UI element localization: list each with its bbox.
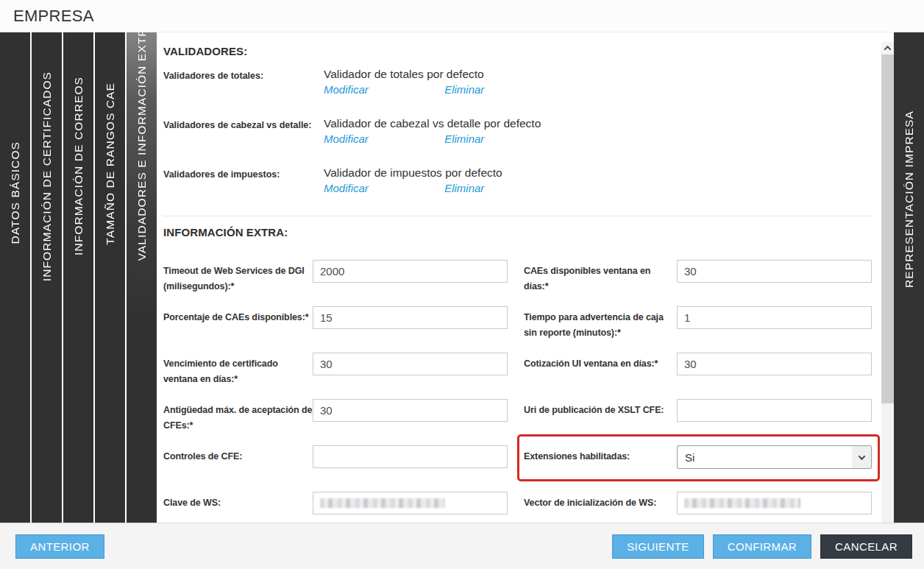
field-row: Cotización UI ventana en días:* (524, 353, 872, 399)
footer-bar: ANTERIOR SIGUIENTE CONFIRMAR CANCELAR (0, 523, 924, 569)
chevron-up-icon (884, 46, 892, 53)
field-label: Uri de publicación de XSLT CFE: (524, 399, 677, 445)
caes-disponibles-ventana-input[interactable] (677, 260, 872, 283)
validator-value: Validador de impuestos por defecto (324, 166, 872, 180)
dialog-header: EMPRESA (0, 0, 924, 32)
confirmar-button[interactable]: CONFIRMAR (713, 534, 811, 559)
field-row: Controles de CFE: (163, 445, 508, 492)
cancelar-button[interactable]: CANCELAR (820, 534, 912, 559)
field-label: Vencimiento de certificado ventana en dí… (163, 353, 313, 399)
field-row-extensiones-highlighted: Extensiones habilitadas: Si (524, 445, 872, 492)
select-selected-value: Si (678, 451, 852, 464)
chevron-down-icon (858, 453, 865, 460)
field-row: Antigüedad máx. de aceptación de CFEs:* (163, 399, 508, 445)
form-content-panel: VALIDADORES: Validadores de totales: Val… (157, 32, 881, 523)
validator-row: Validadores de impuestos: Validador de i… (163, 166, 872, 194)
field-row: Vencimiento de certificado ventana en dí… (163, 353, 508, 399)
extra-info-heading: INFORMACIÓN EXTRA: (163, 226, 872, 238)
field-label: Tiempo para advertencia de caja sin repo… (524, 306, 677, 353)
scrollbar-up-button[interactable] (881, 42, 894, 54)
vertical-scrollbar (881, 32, 894, 523)
tab-informacion-de-correos[interactable]: INFORMACIÓN DE CORREOS (63, 32, 93, 523)
validator-row: Validadores de cabezal vs detalle: Valid… (163, 117, 872, 145)
field-row: Tiempo para advertencia de caja sin repo… (524, 306, 872, 353)
tab-tamano-de-rangos-cae[interactable]: TAMAÑO DE RANGOS CAE (95, 32, 125, 523)
tab-label: REPRESENTACIÓN IMPRESA (903, 110, 916, 288)
timeout-ws-dgi-input[interactable] (313, 260, 508, 283)
tab-label: INFORMACIÓN DE CORREOS (72, 77, 85, 255)
form-column-left: Timeout de Web Services de DGI (milisegu… (163, 260, 508, 538)
tab-representacion-impresa[interactable]: REPRESENTACIÓN IMPRESA (894, 32, 924, 523)
porcentaje-caes-input[interactable] (313, 306, 508, 329)
field-row: Timeout de Web Services de DGI (milisegu… (163, 260, 508, 306)
validator-row: Validadores de totales: Validador de tot… (163, 68, 872, 96)
delete-link[interactable]: Eliminar (444, 182, 484, 194)
delete-link[interactable]: Eliminar (444, 132, 484, 145)
tab-informacion-de-certificados[interactable]: INFORMACIÓN DE CERTIFICADOS (32, 32, 62, 523)
validator-label: Validadores de impuestos: (163, 166, 324, 194)
field-label: Cotización UI ventana en días:* (524, 353, 677, 399)
section-divider (163, 216, 872, 216)
cotizacion-ui-ventana-input[interactable] (677, 353, 872, 375)
validator-value: Validador de totales por defecto (324, 68, 872, 81)
extensiones-habilitadas-select[interactable]: Si (677, 445, 872, 469)
tab-datos-basicos[interactable]: DATOS BÁSICOS (0, 32, 30, 523)
extra-info-form: Timeout de Web Services de DGI (milisegu… (163, 260, 872, 538)
uri-publicacion-xslt-input[interactable] (677, 399, 872, 422)
tab-label: VALIDADORES E INFORMACIÓN EXTRA (135, 32, 149, 261)
vencimiento-certificado-input[interactable] (313, 353, 508, 375)
modify-link[interactable]: Modificar (324, 132, 441, 145)
validator-label: Validadores de totales: (163, 68, 324, 96)
anterior-button[interactable]: ANTERIOR (15, 534, 104, 559)
select-dropdown-button[interactable] (852, 446, 871, 468)
clave-ws-input[interactable] (313, 492, 508, 515)
tab-label: TAMAÑO DE RANGOS CAE (104, 82, 117, 245)
validators-section: Validadores de totales: Validador de tot… (163, 68, 872, 194)
modify-link[interactable]: Modificar (324, 83, 441, 96)
siguiente-button[interactable]: SIGUIENTE (612, 534, 703, 559)
validator-label: Validadores de cabezal vs detalle: (163, 117, 324, 145)
modify-link[interactable]: Modificar (324, 182, 441, 194)
field-label: CAEs disponibles ventana en días:* (524, 260, 677, 306)
validator-value: Validador de cabezal vs detalle por defe… (324, 117, 872, 130)
obscured-value (684, 498, 800, 508)
delete-link[interactable]: Eliminar (444, 83, 484, 96)
field-label: Antigüedad máx. de aceptación de CFEs:* (163, 399, 313, 445)
tiempo-advertencia-caja-input[interactable] (677, 306, 872, 329)
field-row: CAEs disponibles ventana en días:* (524, 260, 872, 306)
field-label: Controles de CFE: (163, 445, 313, 492)
controles-cfe-input[interactable] (313, 445, 508, 468)
field-label: Timeout de Web Services de DGI (milisegu… (163, 260, 313, 306)
vector-inicializacion-ws-input[interactable] (677, 492, 872, 515)
left-tab-strip: DATOS BÁSICOS INFORMACIÓN DE CERTIFICADO… (0, 32, 157, 523)
page-title: EMPRESA (13, 7, 94, 26)
scrollbar-thumb[interactable] (881, 54, 894, 403)
tab-label: INFORMACIÓN DE CERTIFICADOS (40, 71, 54, 281)
tab-label: DATOS BÁSICOS (9, 141, 22, 244)
field-row: Porcentaje de CAEs disponibles:* (163, 306, 508, 353)
field-label: Porcentaje de CAEs disponibles:* (163, 306, 313, 353)
obscured-value (320, 498, 445, 508)
antiguedad-max-cfes-input[interactable] (313, 399, 508, 422)
field-label: Extensiones habilitadas: (524, 445, 677, 492)
validators-heading: VALIDADORES: (163, 45, 872, 57)
field-row: Uri de publicación de XSLT CFE: (524, 399, 872, 445)
form-column-right: CAEs disponibles ventana en días:* Tiemp… (524, 260, 872, 538)
tab-validadores-e-informacion-extra[interactable]: VALIDADORES E INFORMACIÓN EXTRA (127, 32, 157, 523)
